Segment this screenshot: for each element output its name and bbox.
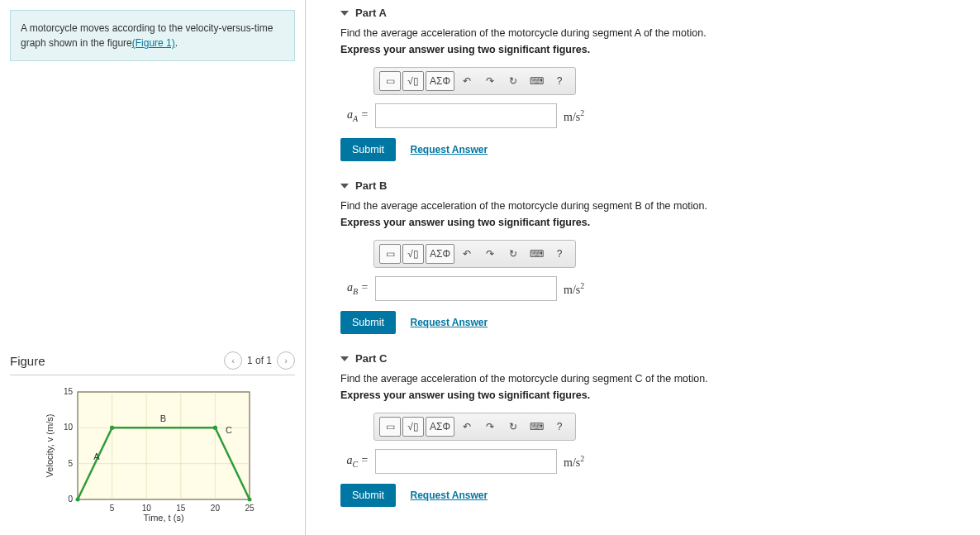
redo-button[interactable]: ↷ <box>479 244 501 264</box>
svg-point-11 <box>76 498 80 502</box>
help-button[interactable]: ? <box>549 71 570 91</box>
part-prompt: Find the average acceleration of the mot… <box>340 373 963 385</box>
svg-text:10: 10 <box>64 423 74 432</box>
part-prompt: Find the average acceleration of the mot… <box>340 27 963 39</box>
greek-button[interactable]: ΑΣΦ <box>426 244 454 264</box>
reset-button[interactable]: ↻ <box>502 71 524 91</box>
svg-text:5: 5 <box>68 459 73 468</box>
sqrt-button[interactable]: √▯ <box>402 417 424 437</box>
part-header[interactable]: Part A <box>322 2 963 27</box>
equation-toolbar: ▭ √▯ ΑΣΦ ↶ ↷ ↻ ⌨ ? <box>373 240 576 268</box>
velocity-time-graph: ABC510152025051015Time, t (s)Velocity, v… <box>43 384 295 527</box>
svg-text:Time, t (s): Time, t (s) <box>143 513 183 523</box>
unit-label: m/s2 <box>564 454 584 470</box>
keyboard-button[interactable]: ⌨ <box>526 417 547 437</box>
answer-input[interactable] <box>375 449 557 474</box>
figure-link[interactable]: (Figure 1) <box>132 37 175 49</box>
request-answer-link[interactable]: Request Answer <box>411 490 488 501</box>
part-title: Part B <box>355 179 387 192</box>
help-button[interactable]: ? <box>549 244 570 264</box>
svg-text:C: C <box>226 425 232 435</box>
figure-next-button[interactable]: › <box>277 351 295 370</box>
svg-text:A: A <box>93 451 100 461</box>
variable-label: aC = <box>340 454 369 469</box>
variable-label: aA = <box>340 108 369 123</box>
svg-point-18 <box>248 498 252 502</box>
submit-button[interactable]: Submit <box>340 311 396 334</box>
svg-text:B: B <box>160 413 166 423</box>
svg-point-14 <box>110 426 114 430</box>
keyboard-button[interactable]: ⌨ <box>526 244 547 264</box>
sqrt-button[interactable]: √▯ <box>402 244 424 264</box>
part-header[interactable]: Part B <box>322 174 963 200</box>
svg-text:15: 15 <box>64 387 74 396</box>
svg-text:20: 20 <box>211 504 221 513</box>
figure-count: 1 of 1 <box>247 355 272 366</box>
svg-text:15: 15 <box>176 504 186 513</box>
redo-button[interactable]: ↷ <box>479 417 501 437</box>
unit-label: m/s2 <box>564 281 584 297</box>
svg-text:5: 5 <box>110 504 115 513</box>
svg-text:10: 10 <box>142 504 152 513</box>
request-answer-link[interactable]: Request Answer <box>411 317 488 328</box>
figure-title: Figure <box>10 354 45 368</box>
part-instruction: Express your answer using two significan… <box>340 389 963 401</box>
problem-statement: A motorcycle moves according to the velo… <box>10 10 295 61</box>
equation-toolbar: ▭ √▯ ΑΣΦ ↶ ↷ ↻ ⌨ ? <box>373 413 576 441</box>
variable-label: aB = <box>340 281 369 296</box>
submit-button[interactable]: Submit <box>340 138 396 161</box>
reset-button[interactable]: ↻ <box>502 417 524 437</box>
unit-label: m/s2 <box>564 108 584 124</box>
figure-prev-button[interactable]: ‹ <box>224 351 242 370</box>
part-title: Part C <box>355 352 387 365</box>
undo-button[interactable]: ↶ <box>456 244 478 264</box>
sqrt-button[interactable]: √▯ <box>402 71 424 91</box>
svg-text:Velocity, v (m/s): Velocity, v (m/s) <box>45 414 55 478</box>
undo-button[interactable]: ↶ <box>456 71 478 91</box>
answer-input[interactable] <box>375 103 557 128</box>
part-instruction: Express your answer using two significan… <box>340 44 963 55</box>
submit-button[interactable]: Submit <box>340 484 396 507</box>
equation-toolbar: ▭ √▯ ΑΣΦ ↶ ↷ ↻ ⌨ ? <box>373 67 576 95</box>
greek-button[interactable]: ΑΣΦ <box>426 417 454 437</box>
part-prompt: Find the average acceleration of the mot… <box>340 200 963 212</box>
template-button[interactable]: ▭ <box>379 244 401 264</box>
answer-input[interactable] <box>375 276 557 301</box>
template-button[interactable]: ▭ <box>379 417 401 437</box>
part-header[interactable]: Part C <box>322 347 963 373</box>
template-button[interactable]: ▭ <box>379 71 401 91</box>
request-answer-link[interactable]: Request Answer <box>411 144 488 155</box>
greek-button[interactable]: ΑΣΦ <box>426 71 454 91</box>
chevron-down-icon <box>340 184 349 189</box>
part-title: Part A <box>355 7 387 19</box>
svg-point-17 <box>213 426 217 430</box>
svg-text:25: 25 <box>245 504 255 513</box>
help-button[interactable]: ? <box>549 417 570 437</box>
chevron-down-icon <box>340 356 349 361</box>
figure-section: Figure ‹ 1 of 1 › ABC510152025051015Time… <box>10 351 295 527</box>
keyboard-button[interactable]: ⌨ <box>526 71 547 91</box>
part-instruction: Express your answer using two significan… <box>340 217 963 228</box>
undo-button[interactable]: ↶ <box>456 417 478 437</box>
redo-button[interactable]: ↷ <box>479 71 501 91</box>
chevron-down-icon <box>340 11 349 16</box>
reset-button[interactable]: ↻ <box>502 244 524 264</box>
svg-text:0: 0 <box>68 494 73 504</box>
